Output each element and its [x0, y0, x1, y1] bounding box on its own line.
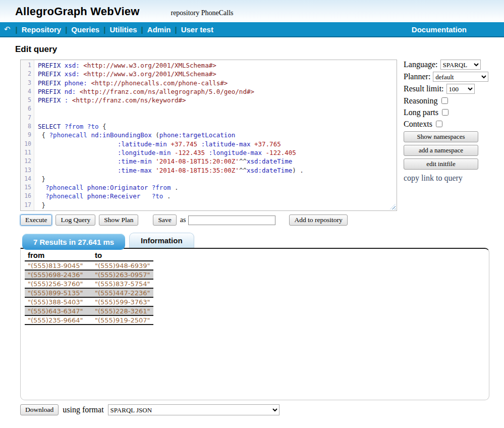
- code-line[interactable]: PREFIX nd: <http://franz.com/ns/allegrog…: [38, 87, 397, 96]
- page-title: Edit query: [15, 44, 489, 55]
- nav-separator: |: [175, 25, 177, 34]
- nav-separator: |: [103, 25, 105, 34]
- reasoning-checkbox[interactable]: [441, 97, 448, 104]
- code-line[interactable]: [38, 104, 397, 113]
- checkbox-row: Long parts: [404, 108, 488, 117]
- save-button[interactable]: Save: [153, 215, 176, 226]
- language-label: Language:: [404, 60, 438, 69]
- back-arrow-icon[interactable]: ↶: [4, 25, 11, 34]
- options-panel: Language: SPARQL Planner: default Result…: [404, 60, 488, 183]
- table-row[interactable]: "(555)256-3760""(555)837-5754": [25, 279, 153, 288]
- table-cell: "(555)256-3760": [25, 279, 92, 288]
- tab-information[interactable]: Information: [129, 233, 194, 248]
- code-line[interactable]: PREFIX phone: <http://phonecalls.com/pho…: [38, 79, 397, 87]
- code-line[interactable]: :time-max '2014-08-18T15:35:00Z'^^xsd:da…: [38, 166, 397, 175]
- planner-select[interactable]: default: [433, 72, 488, 82]
- code-line[interactable]: :latitude-min +37.745 :latitude-max +37.…: [38, 140, 397, 148]
- line-number: 10: [21, 140, 31, 148]
- table-cell: "(555)235-9664": [25, 315, 92, 325]
- nav-item-documentation[interactable]: Documentation: [412, 25, 467, 34]
- contexts-checkbox[interactable]: [436, 121, 442, 127]
- table-row[interactable]: "(555)698-2436""(555)263-0957": [25, 270, 153, 279]
- edit-initfile-button[interactable]: edit initfile: [404, 158, 478, 170]
- app-title: AllegroGraph WebView: [15, 5, 139, 18]
- download-format-select[interactable]: SPARQL JSON: [108, 404, 279, 415]
- code-line[interactable]: [38, 114, 397, 122]
- table-cell: "(555)599-3763": [92, 297, 153, 306]
- add-to-repository-button[interactable]: Add to repository: [289, 215, 347, 226]
- line-number: 13: [21, 166, 31, 175]
- table-row[interactable]: "(555)813-9045""(555)948-6939": [25, 261, 153, 270]
- code-line[interactable]: PREFIX xsd: <http://www.w3.org/2001/XMLS…: [38, 61, 397, 70]
- checkbox-row: Contexts: [404, 119, 488, 129]
- nav-separator: |: [141, 25, 143, 34]
- as-label: as: [180, 216, 186, 224]
- table-row[interactable]: "(555)899-5135""(555)447-2236": [25, 288, 153, 297]
- namespace-buttons: Show namespacesadd a namespaceedit initf…: [404, 131, 488, 170]
- line-number: 17: [21, 201, 31, 209]
- code-line[interactable]: PREFIX xsd: <http://www.w3.org/2001/XMLS…: [38, 70, 397, 78]
- code-lines[interactable]: PREFIX xsd: <http://www.w3.org/2001/XMLS…: [34, 60, 397, 210]
- log-query-button[interactable]: Log Query: [55, 215, 95, 226]
- line-number: 15: [21, 183, 31, 192]
- code-line[interactable]: SELECT ?from ?to {: [38, 122, 397, 131]
- code-line[interactable]: PREFIX : <http://franz.com/ns/keyword#>: [38, 96, 397, 104]
- table-cell: "(555)263-0957": [92, 270, 153, 279]
- table-cell: "(555)447-2236": [92, 288, 153, 297]
- column-header-from: from: [25, 250, 92, 261]
- code-line[interactable]: ?phonecall phone:Receiver ?to .: [38, 192, 397, 200]
- result-limit-select[interactable]: 100: [446, 84, 475, 94]
- table-cell: "(555)813-9045": [25, 261, 92, 270]
- table-cell: "(555)388-5403": [25, 297, 92, 306]
- long-parts-label: Long parts: [404, 108, 438, 117]
- code-line[interactable]: }: [38, 175, 397, 183]
- nav-item-utilities[interactable]: Utilities: [109, 25, 137, 34]
- nav-separator: |: [65, 25, 67, 34]
- actions-row: Execute Log Query Show Plan Save as Add …: [20, 215, 489, 226]
- line-number: 9: [21, 131, 31, 139]
- code-line[interactable]: { ?phonecall nd:inBoundingBox (phone:tar…: [38, 131, 397, 139]
- nav-item-repository[interactable]: Repository: [22, 25, 61, 34]
- download-button[interactable]: Download: [20, 404, 59, 415]
- language-select[interactable]: SPARQL: [440, 60, 481, 70]
- show-plan-button[interactable]: Show Plan: [99, 215, 138, 226]
- code-line[interactable]: ?phonecall phone:Originator ?from .: [38, 183, 397, 192]
- nav-item-admin[interactable]: Admin: [147, 25, 171, 34]
- checkbox-group: ReasoningLong partsContexts: [404, 96, 488, 129]
- table-row[interactable]: "(555)643-6347""(555)228-3261": [25, 306, 153, 315]
- table-cell: "(555)698-2436": [25, 270, 92, 279]
- execute-button[interactable]: Execute: [20, 215, 52, 226]
- line-number: 16: [21, 192, 31, 200]
- nav-item-user-test[interactable]: User test: [181, 25, 213, 34]
- table-row[interactable]: "(555)388-5403""(555)599-3763": [25, 297, 153, 306]
- app-header: AllegroGraph WebView repository PhoneCal…: [0, 0, 504, 22]
- table-cell: "(555)643-6347": [25, 306, 92, 315]
- column-header-to: to: [92, 250, 153, 261]
- copy-link-to-query[interactable]: copy link to query: [404, 174, 463, 183]
- query-editor[interactable]: 1234567891011121314151617 PREFIX xsd: <h…: [20, 60, 397, 211]
- result-limit-label: Result limit:: [404, 84, 444, 93]
- table-cell: "(555)899-5135": [25, 288, 92, 297]
- table-cell: "(555)837-5754": [92, 279, 153, 288]
- line-gutter: 1234567891011121314151617: [21, 60, 34, 210]
- line-number: 14: [21, 175, 31, 183]
- line-number: 4: [21, 87, 31, 96]
- nav-separator: |: [16, 25, 18, 34]
- table-row[interactable]: "(555)235-9664""(555)919-2507": [25, 315, 153, 325]
- code-line[interactable]: }: [38, 201, 397, 209]
- line-number: 11: [21, 148, 31, 157]
- line-number: 3: [21, 79, 31, 87]
- long-parts-checkbox[interactable]: [442, 109, 449, 116]
- add-a-namespace-button[interactable]: add a namespace: [404, 145, 478, 156]
- results-panel: from to "(555)813-9045""(555)948-6939""(…: [20, 248, 489, 400]
- main-nav: ↶ |Repository|Queries|Utilities|Admin|Us…: [0, 22, 504, 37]
- show-namespaces-button[interactable]: Show namespaces: [404, 131, 478, 142]
- code-line[interactable]: :longitude-min -122.435 :longitude-max -…: [38, 148, 397, 157]
- save-as-input[interactable]: [188, 216, 275, 225]
- line-number: 12: [21, 157, 31, 166]
- tab-results[interactable]: 7 Results in 27.641 ms: [22, 234, 125, 250]
- nav-item-queries[interactable]: Queries: [71, 25, 99, 34]
- code-line[interactable]: :time-min '2014-08-18T15:20:00Z'^^xsd:da…: [38, 157, 397, 166]
- using-format-label: using format: [63, 405, 103, 414]
- line-number: 1: [21, 61, 31, 70]
